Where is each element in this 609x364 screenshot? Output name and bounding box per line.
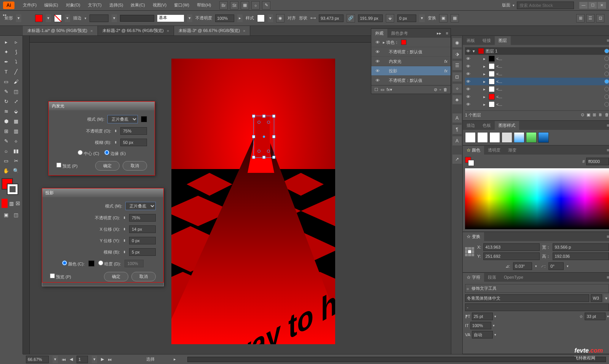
dialog-title[interactable]: 内发光: [49, 102, 155, 110]
gradient-mode[interactable]: ▥: [8, 199, 14, 208]
window-maximize[interactable]: ☐: [588, 2, 597, 9]
blend-mode-select[interactable]: 正片叠底: [107, 115, 138, 123]
zoom-input[interactable]: [26, 356, 49, 363]
tab-appearance[interactable]: 外观: [371, 29, 387, 38]
corner-dropdown[interactable]: ▾: [419, 14, 425, 22]
tab-gradient[interactable]: 渐变: [504, 146, 520, 155]
brush-dropdown[interactable]: ▾: [187, 14, 192, 22]
close-icon[interactable]: ×: [243, 29, 245, 33]
rectangle-tool[interactable]: ▭: [2, 77, 11, 86]
layer-item[interactable]: 👁 ▸ <...: [465, 93, 609, 101]
opacity-input[interactable]: [129, 214, 156, 222]
window-minimize[interactable]: —: [579, 2, 588, 9]
mesh-tool[interactable]: ⊞: [2, 126, 11, 136]
width-input[interactable]: [319, 14, 344, 22]
menu-window[interactable]: 窗口(W): [170, 2, 193, 8]
height-input[interactable]: [358, 14, 383, 22]
free-transform-tool[interactable]: ⬙: [11, 107, 21, 116]
color-mode[interactable]: [2, 199, 8, 208]
close-icon[interactable]: ×: [167, 29, 169, 33]
dialog-title[interactable]: 投影: [42, 188, 163, 197]
layer-item[interactable]: 👁 ▸ <...: [465, 85, 609, 93]
status-menu-icon[interactable]: ▸: [174, 357, 176, 362]
panel-menu-icon[interactable]: ≡: [604, 234, 609, 239]
font-style-input[interactable]: [465, 303, 609, 311]
paintbrush-tool[interactable]: 🖌: [11, 77, 21, 86]
stroke-swatch[interactable]: [54, 14, 62, 22]
style-thumb[interactable]: [538, 132, 549, 143]
x-input[interactable]: [483, 243, 540, 251]
blur-input[interactable]: [129, 248, 156, 256]
visibility-icon[interactable]: 👁: [465, 86, 471, 92]
h-input[interactable]: [553, 252, 609, 260]
style-thumb[interactable]: [514, 132, 524, 143]
doc-tab-1[interactable]: 未标题-1.ai* @ 50% (RGB/预览)×: [23, 26, 98, 35]
eyedropper-tool[interactable]: ✎: [2, 136, 11, 145]
style-thumb[interactable]: [477, 132, 488, 143]
artboard-dropdown[interactable]: ▾: [92, 356, 97, 363]
angle-input[interactable]: [513, 262, 532, 270]
layer-item[interactable]: 👁 ▸ <...: [465, 62, 609, 70]
tracking-input[interactable]: [472, 331, 493, 338]
appearance-item[interactable]: 👁不透明度：默认值: [371, 47, 451, 57]
libraries-icon[interactable]: ◉: [452, 38, 462, 47]
selection-box[interactable]: [253, 116, 274, 158]
opacity-input[interactable]: [120, 127, 147, 135]
pen-tool[interactable]: ✒: [2, 57, 11, 66]
menu-file[interactable]: 文件(F): [19, 2, 40, 8]
stock-icon[interactable]: St: [230, 1, 238, 10]
vertical-ruler[interactable]: [23, 36, 30, 354]
rotate-tool[interactable]: ↻: [2, 97, 11, 106]
tab-layers[interactable]: 图层: [495, 36, 511, 45]
stroke-weight-dropdown[interactable]: ▾: [112, 14, 117, 22]
menu-text[interactable]: 文字(T): [84, 2, 105, 8]
recolor-icon[interactable]: ◉: [276, 14, 285, 22]
duplicate-icon[interactable]: ▫: [440, 87, 441, 92]
layer-item[interactable]: 👁 ▸ <...: [465, 55, 609, 62]
doc-tab-3[interactable]: 未标题-3* @ 66.67% (RGB/预览)×: [174, 26, 250, 35]
style-thumb[interactable]: [465, 132, 476, 143]
y-input[interactable]: [483, 252, 540, 260]
tab-links[interactable]: 链接: [479, 36, 495, 45]
doc-tab-2[interactable]: 未标题-2* @ 66.67% (RGB/预览)×: [98, 26, 174, 35]
stroke-profile[interactable]: [120, 15, 154, 22]
scale-tool[interactable]: ⤢: [11, 97, 21, 106]
panel-menu-icon[interactable]: ≡: [444, 31, 451, 35]
new-layer-icon[interactable]: 🗎: [598, 112, 603, 118]
style-thumb[interactable]: [526, 132, 537, 143]
font-family-input[interactable]: [465, 294, 589, 302]
glow-color-swatch[interactable]: [141, 116, 147, 122]
strip-icon-4[interactable]: ⟐: [452, 84, 462, 93]
new-fill-icon[interactable]: ☐: [374, 87, 378, 92]
y-offset-input[interactable]: [129, 237, 156, 244]
shaper-tool[interactable]: ✎: [2, 87, 11, 96]
ok-button[interactable]: 确定: [104, 272, 128, 281]
w-input[interactable]: [553, 243, 609, 251]
edge-radio[interactable]: [104, 150, 109, 155]
layer-item[interactable]: 👁 ▸ <...: [465, 101, 609, 108]
preview-checkbox[interactable]: [50, 273, 55, 278]
delete-icon[interactable]: 🗑: [443, 87, 448, 92]
visibility-icon[interactable]: 👁: [465, 101, 471, 107]
curvature-tool[interactable]: ⤵: [11, 57, 21, 66]
selection-tool[interactable]: ▸: [2, 37, 11, 46]
strip-icon-1[interactable]: ⬗: [452, 49, 462, 59]
visibility-icon[interactable]: 👁: [374, 58, 380, 64]
blend-tool[interactable]: ⟐: [11, 136, 21, 145]
strip-icon-3[interactable]: ⊡: [452, 72, 462, 81]
shear-input[interactable]: [548, 262, 564, 270]
corner-type-icon[interactable]: ⬙: [386, 14, 394, 22]
bridge-icon[interactable]: Br: [219, 1, 228, 10]
perspective-tool[interactable]: ▦: [11, 117, 21, 126]
direct-selection-tool[interactable]: ▹: [11, 37, 21, 46]
draw-mode[interactable]: ◫: [11, 210, 21, 219]
visibility-icon[interactable]: 👁: [465, 71, 471, 77]
fill-swatch[interactable]: [35, 14, 43, 22]
strip-icon-5[interactable]: ♣: [452, 95, 462, 104]
locate-icon[interactable]: ⊙: [581, 112, 584, 118]
corner-input[interactable]: [397, 14, 416, 22]
style-dropdown[interactable]: ▾: [268, 14, 273, 22]
none-mode[interactable]: ☒: [15, 199, 21, 208]
appearance-item[interactable]: 👁▸ 填色：: [371, 38, 451, 47]
strip-icon-6[interactable]: A: [452, 113, 462, 123]
